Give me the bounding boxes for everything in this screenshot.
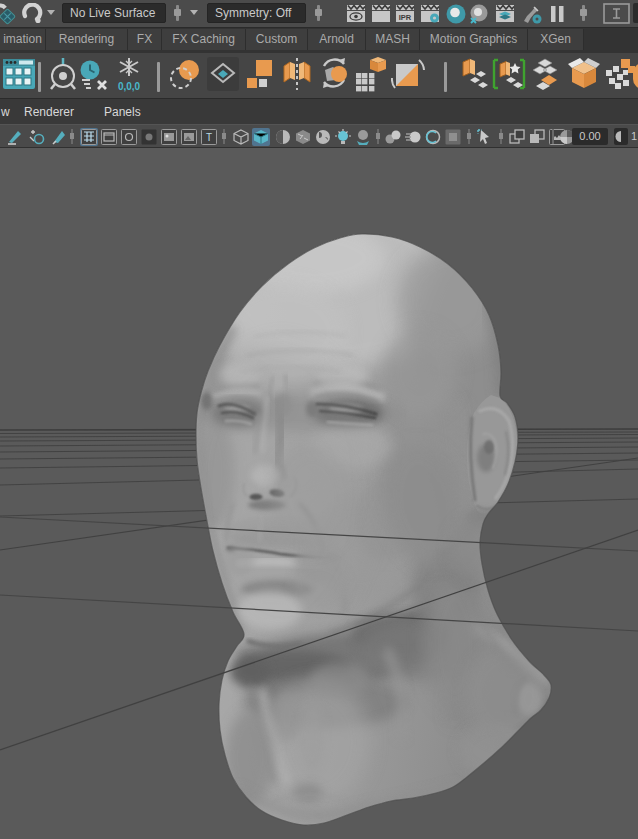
svg-text:IPR: IPR — [399, 13, 412, 22]
svg-text:T: T — [206, 132, 212, 143]
svg-text:0,0,0: 0,0,0 — [118, 81, 141, 92]
